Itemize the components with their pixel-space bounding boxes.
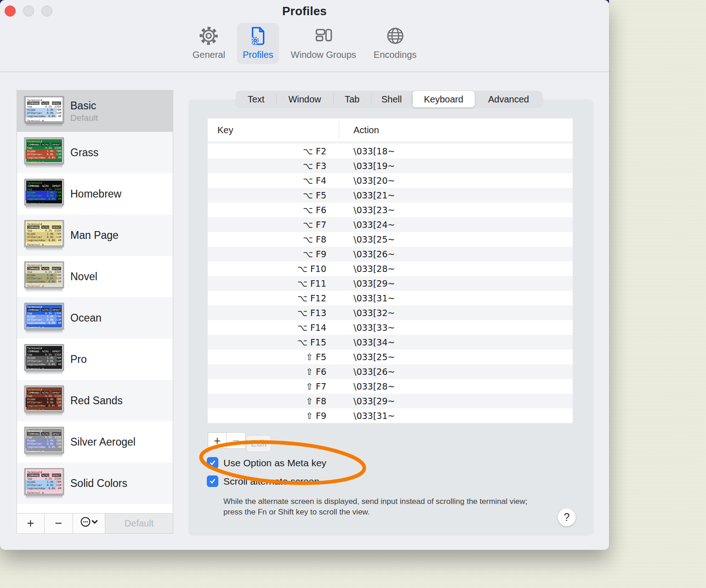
profile-name: Novel — [70, 271, 97, 283]
alternate-screen-description: While the alternate screen is displayed,… — [223, 496, 531, 517]
shortcut-key: ⌥ F11 — [208, 278, 339, 288]
thumbnail-reflection — [26, 413, 63, 416]
profile-name: Grass — [70, 147, 98, 159]
shortcut-key: ⌥ F12 — [208, 293, 339, 303]
scroll-alternate-screen-checkbox[interactable] — [207, 475, 218, 487]
profile-row-man-page[interactable]: Terminal# COMMAND %CPURPRVT top4.1%231K … — [17, 215, 173, 256]
shortcut-action: \033[19~ — [339, 161, 395, 171]
profile-list-toolbar: + − Default — [17, 513, 173, 533]
shortcut-key: ⇧ F6 — [208, 367, 339, 377]
profile-row-basic[interactable]: Terminal# COMMAND %CPURPRVT top4.1%231K … — [17, 90, 173, 132]
shortcut-action: \033[18~ — [339, 146, 395, 156]
profile-thumbnail: Terminal# COMMAND %CPURPRVT top4.1%231K … — [24, 385, 64, 416]
profile-thumbnail: Terminal# COMMAND %CPURPRVT top4.1%231K … — [24, 261, 64, 292]
toolbar-item-profiles[interactable]: Profiles — [237, 23, 279, 64]
toolbar-item-window-groups[interactable]: Window Groups — [285, 23, 362, 64]
tab-divider — [276, 95, 277, 104]
shortcut-row[interactable]: ⇧ F6 \033[26~ — [208, 364, 573, 379]
tab-keyboard[interactable]: Keyboard — [412, 91, 475, 107]
shortcut-action: \033[26~ — [339, 249, 395, 259]
profile-sidebar: Terminal# COMMAND %CPURPRVT top4.1%231K … — [17, 90, 173, 534]
shortcut-row[interactable]: ⌥ F7 \033[24~ — [208, 217, 573, 232]
profile-name: Red Sands — [70, 395, 123, 407]
shortcut-row[interactable]: ⌥ F8 \033[25~ — [208, 232, 573, 247]
edit-key-button[interactable]: Edit — [246, 435, 271, 452]
shortcut-row[interactable]: ⌥ F14 \033[33~ — [208, 320, 573, 335]
shortcut-row[interactable]: ⇧ F8 \033[29~ — [208, 394, 573, 408]
remove-profile-button[interactable]: − — [45, 514, 73, 533]
add-profile-button[interactable]: + — [17, 514, 45, 533]
profile-row-silver-aerogel[interactable]: Terminal# COMMAND %CPURPRVT top4.1%231K … — [17, 421, 173, 463]
toolbar-divider — [0, 72, 609, 72]
shortcut-key: ⌥ F6 — [208, 205, 339, 215]
help-button[interactable]: ? — [558, 508, 576, 526]
profile-row-grass[interactable]: Terminal# COMMAND %CPURPRVT top4.1%231K … — [17, 132, 173, 173]
toolbar-item-label: Window Groups — [291, 50, 356, 60]
shortcut-row[interactable]: ⇧ F7 \033[28~ — [208, 379, 573, 394]
tab-shell[interactable]: Shell — [371, 91, 412, 107]
keyboard-shortcuts-table: Key Action ⌥ F2 \033[18~⌥ F3 \033[19~⌥ F… — [208, 119, 573, 423]
toolbar-item-label: Profiles — [243, 50, 273, 60]
shortcut-row[interactable]: ⌥ F2 \033[18~ — [208, 144, 573, 158]
shortcut-action: \033[24~ — [339, 220, 395, 230]
use-option-as-meta-checkbox[interactable] — [207, 457, 218, 469]
more-options-icon — [80, 516, 98, 531]
shortcut-row[interactable]: ⌥ F13 \033[32~ — [208, 305, 573, 320]
profile-row-pro[interactable]: Terminal# COMMAND %CPURPRVT top4.1%231K … — [17, 339, 173, 380]
profile-row-novel[interactable]: Terminal# COMMAND %CPURPRVT top4.1%231K … — [17, 256, 173, 297]
tab-text[interactable]: Text — [236, 91, 276, 107]
shortcut-action: \033[25~ — [339, 234, 395, 244]
table-header: Key Action — [208, 119, 573, 142]
profile-row-ocean[interactable]: Terminal# COMMAND %CPURPRVT top4.1%231K … — [17, 297, 173, 339]
shortcut-row[interactable]: ⌥ F15 \033[34~ — [208, 335, 573, 350]
tab-label: Text — [248, 94, 265, 105]
shortcut-row[interactable]: ⌥ F10 \033[28~ — [208, 261, 573, 276]
profile-row-red-sands[interactable]: Terminal# COMMAND %CPURPRVT top4.1%231K … — [17, 380, 173, 421]
shortcut-action: \033[26~ — [339, 367, 395, 377]
tab-advanced[interactable]: Advanced — [475, 91, 542, 107]
shortcut-action: \033[21~ — [339, 190, 395, 200]
profile-name: Homebrew — [70, 188, 121, 200]
add-key-button[interactable]: + — [208, 432, 227, 449]
tab-divider — [333, 95, 334, 104]
shortcut-row[interactable]: ⌥ F3 \033[19~ — [208, 158, 573, 173]
scroll-alternate-screen-row: Scroll alternate screen — [207, 475, 319, 487]
use-option-as-meta-row: Use Option as Meta key — [207, 457, 326, 469]
shortcut-row[interactable]: ⌥ F4 \033[20~ — [208, 173, 573, 188]
tab-tab[interactable]: Tab — [333, 91, 371, 107]
shortcut-row[interactable]: ⇧ F9 \033[31~ — [208, 408, 573, 423]
profile-thumbnail: Terminal# COMMAND %CPURPRVT top4.1%231K … — [24, 344, 64, 375]
profile-row-homebrew[interactable]: Terminal# COMMAND %CPURPRVT top4.1%231K … — [17, 173, 173, 215]
checkmark-icon — [209, 459, 216, 466]
shortcut-key: ⇧ F7 — [208, 381, 339, 391]
shortcut-row[interactable]: ⇧ F5 \033[25~ — [208, 350, 573, 364]
profile-name: Solid Colors — [70, 477, 127, 490]
more-options-button[interactable] — [73, 514, 105, 533]
tab-window[interactable]: Window — [276, 91, 333, 107]
shortcut-row[interactable]: ⌥ F11 \033[29~ — [208, 276, 573, 291]
shortcut-row[interactable]: ⌥ F12 \033[31~ — [208, 291, 573, 305]
thumbnail-reflection — [26, 371, 63, 375]
profile-name: Silver Aerogel — [70, 436, 136, 448]
profile-thumbnail: Terminal# COMMAND %CPURPRVT top4.1%231K … — [24, 303, 64, 334]
toolbar-item-encodings[interactable]: Encodings — [368, 23, 422, 64]
thumbnail-reflection — [26, 164, 63, 168]
shortcut-row[interactable]: ⌥ F9 \033[26~ — [208, 247, 573, 261]
use-option-as-meta-label: Use Option as Meta key — [223, 458, 326, 469]
globe-icon — [385, 25, 406, 48]
shortcut-action: \033[29~ — [339, 396, 395, 406]
shortcut-key: ⇧ F9 — [208, 411, 339, 421]
shortcut-key: ⌥ F3 — [208, 161, 339, 171]
shortcut-action: \033[32~ — [339, 308, 395, 318]
profile-row-solid-colors[interactable]: Terminal# COMMAND %CPURPRVT top4.1%231K … — [17, 463, 173, 504]
remove-key-button[interactable]: − — [226, 432, 245, 449]
shortcut-key: ⌥ F10 — [208, 264, 339, 274]
tab-label: Tab — [345, 94, 359, 105]
profile-thumbnail: Terminal# COMMAND %CPURPRVT top4.1%231K … — [24, 220, 64, 251]
set-default-button[interactable]: Default — [105, 514, 173, 533]
thumbnail-reflection — [26, 206, 63, 209]
toolbar-item-general[interactable]: General — [187, 23, 231, 64]
shortcut-row[interactable]: ⌥ F5 \033[21~ — [208, 188, 573, 203]
shortcut-key: ⌥ F2 — [208, 146, 339, 156]
shortcut-row[interactable]: ⌥ F6 \033[23~ — [208, 203, 573, 217]
